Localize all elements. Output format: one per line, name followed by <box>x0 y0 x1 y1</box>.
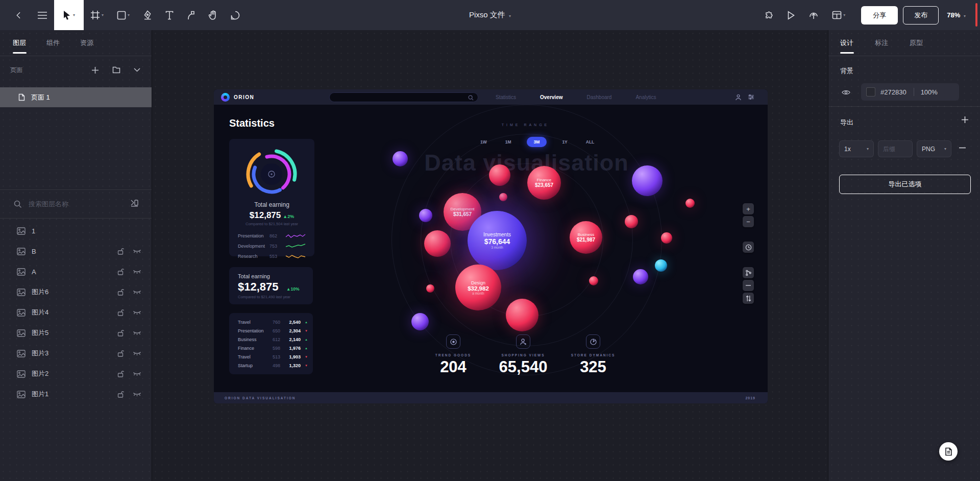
layer-row[interactable]: 图片3 <box>0 343 152 364</box>
tab-layers[interactable]: 图层 <box>13 30 26 56</box>
clock-icon <box>745 244 752 251</box>
color-hex-value[interactable]: #272830 <box>880 88 906 96</box>
visibility-toggle[interactable] <box>133 290 141 295</box>
time-option-3m[interactable]: 3M <box>527 137 547 147</box>
time-option-1w[interactable]: 1W <box>477 137 490 147</box>
add-export-button[interactable] <box>961 116 969 126</box>
help-fab-button[interactable] <box>939 442 958 461</box>
layer-row[interactable]: A <box>0 261 152 282</box>
shape-tool-button[interactable]: ▾ <box>110 0 136 30</box>
tab-design[interactable]: 设计 <box>840 30 853 56</box>
unlock-toggle[interactable] <box>117 329 124 336</box>
design-nav-analytics[interactable]: Analytics <box>635 94 656 100</box>
sparkline-orange <box>285 253 306 259</box>
design-search-input[interactable] <box>329 92 478 102</box>
visibility-toggle[interactable] <box>133 372 141 376</box>
layout-toggle-button[interactable]: ▾ <box>825 0 852 30</box>
remove-export-button[interactable] <box>959 144 966 154</box>
visibility-toggle[interactable] <box>133 310 141 315</box>
zoom-in-button[interactable]: + <box>743 203 754 214</box>
table-cell-name: Business <box>238 337 257 342</box>
publish-button[interactable]: 发布 <box>903 6 939 25</box>
color-swatch[interactable] <box>866 87 875 97</box>
table-cell-name: Travel <box>238 320 251 325</box>
background-color-field[interactable]: #272830 100% <box>861 83 959 101</box>
unlock-toggle[interactable] <box>117 288 124 296</box>
layer-row[interactable]: 图片5 <box>0 323 152 343</box>
back-button[interactable] <box>7 0 31 30</box>
plugins-button[interactable] <box>757 0 780 30</box>
move-tool-button[interactable]: ▾ <box>54 0 84 30</box>
locate-layer-button[interactable] <box>130 199 139 209</box>
tab-components[interactable]: 组件 <box>46 30 60 56</box>
page-item-selected[interactable]: 页面 1 <box>0 87 152 107</box>
unlock-toggle[interactable] <box>117 309 124 316</box>
folder-icon[interactable] <box>112 66 120 74</box>
tab-resources[interactable]: 资源 <box>80 30 93 56</box>
add-page-icon[interactable] <box>91 66 99 74</box>
spacing-button[interactable] <box>743 280 754 291</box>
branch-icon <box>745 270 752 276</box>
file-title-menu[interactable]: Pixso 文件 ▾ <box>469 10 511 20</box>
canvas[interactable]: ORION Statistics Overview Dashboard Anal… <box>152 30 828 481</box>
tab-prototype[interactable]: 原型 <box>910 30 923 56</box>
layer-row[interactable]: 图片1 <box>0 384 152 404</box>
layer-name: 图片1 <box>32 390 48 399</box>
visibility-toggle[interactable] <box>133 331 141 335</box>
layer-row[interactable]: 图片6 <box>0 282 152 302</box>
swap-button[interactable] <box>743 293 754 304</box>
unlock-toggle[interactable] <box>117 350 124 357</box>
visibility-toggle[interactable] <box>133 392 141 397</box>
unlock-toggle[interactable] <box>117 268 124 275</box>
flow-button[interactable] <box>743 267 754 278</box>
present-button[interactable] <box>780 0 802 30</box>
user-icon[interactable] <box>735 94 742 101</box>
hand-tool-button[interactable] <box>202 0 224 30</box>
design-nav-dashboard[interactable]: Dashboard <box>587 94 612 100</box>
export-format-select[interactable]: PNG▾ <box>917 140 951 157</box>
unlock-toggle[interactable] <box>117 370 124 377</box>
time-option-1y[interactable]: 1Y <box>559 137 570 147</box>
export-settings-row: 1x▾ PNG▾ <box>839 140 966 157</box>
layer-row[interactable]: 图片2 <box>0 364 152 384</box>
layer-row[interactable]: 图片4 <box>0 302 152 323</box>
collapse-pages-icon[interactable] <box>134 68 140 72</box>
layer-row[interactable]: B <box>0 241 152 261</box>
text-tool-button[interactable] <box>159 0 180 30</box>
upload-button[interactable] <box>802 0 825 30</box>
visibility-toggle[interactable] <box>133 270 141 274</box>
time-option-1m[interactable]: 1M <box>502 137 514 147</box>
visibility-toggle[interactable] <box>133 351 141 356</box>
design-nav-statistics[interactable]: Statistics <box>496 94 516 100</box>
background-visibility-toggle[interactable] <box>842 88 850 98</box>
down-arrow-icon: ▼ <box>305 364 308 367</box>
time-option-all[interactable]: ALL <box>583 137 598 147</box>
layer-search-input[interactable] <box>29 200 105 208</box>
share-button[interactable]: 分享 <box>861 6 898 25</box>
visibility-toggle[interactable] <box>133 249 141 254</box>
opacity-value[interactable]: 100% <box>921 88 938 96</box>
design-nav-overview[interactable]: Overview <box>540 94 562 100</box>
frame-tool-button[interactable]: ▾ <box>84 0 110 30</box>
design-frame[interactable]: ORION Statistics Overview Dashboard Anal… <box>214 89 768 403</box>
zoom-out-button[interactable]: − <box>743 216 754 227</box>
chevron-down-icon: ▾ <box>944 147 946 151</box>
bubble <box>655 259 667 272</box>
tab-annotate[interactable]: 标注 <box>875 30 888 56</box>
zoom-level[interactable]: 78% ▾ <box>947 11 966 19</box>
unlock-toggle[interactable] <box>117 391 124 398</box>
comment-tool-button[interactable] <box>224 0 247 30</box>
export-suffix-input[interactable] <box>883 146 908 153</box>
table-cell-count: 612 <box>268 337 280 342</box>
path-tool-button[interactable] <box>180 0 202 30</box>
main-menu-button[interactable] <box>31 0 54 30</box>
export-scale-select[interactable]: 1x▾ <box>839 140 874 157</box>
unlock-toggle[interactable] <box>117 248 124 255</box>
divider <box>914 88 914 96</box>
layer-row[interactable]: 1 <box>0 221 152 241</box>
history-button[interactable] <box>743 242 754 253</box>
up-arrow-icon: ▲ <box>305 338 308 341</box>
pen-tool-button[interactable] <box>136 0 159 30</box>
export-selected-button[interactable]: 导出已选项 <box>839 175 971 194</box>
filter-sliders-icon[interactable] <box>748 94 754 100</box>
